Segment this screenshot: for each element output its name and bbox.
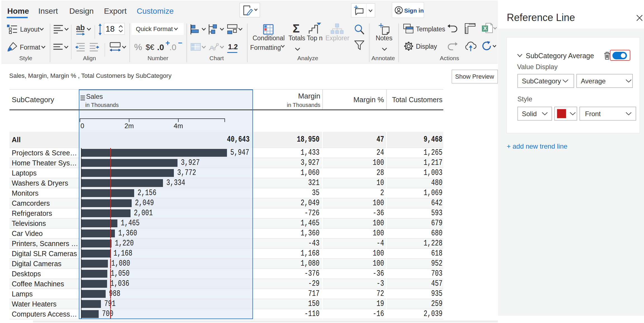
svg-text:ab: ab [76,24,85,32]
svg-text:X: X [483,25,487,31]
svg-text:Σ: Σ [293,22,300,35]
